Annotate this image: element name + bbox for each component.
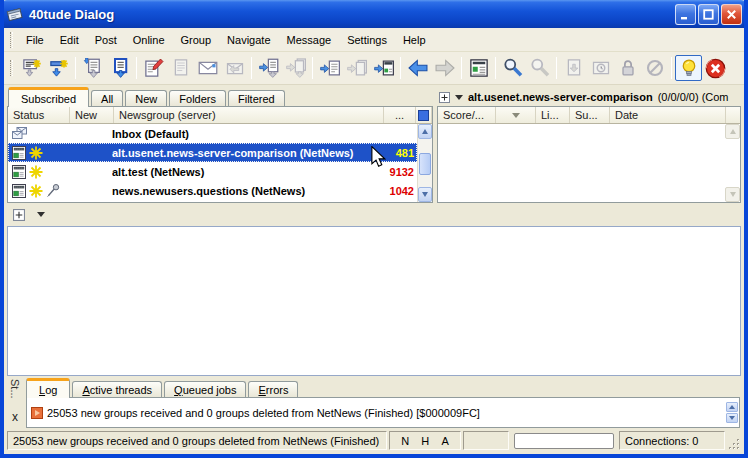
next-unread-group-icon[interactable] (370, 55, 397, 81)
menu-navigate[interactable]: Navigate (219, 31, 278, 49)
column-customize-button[interactable] (416, 107, 432, 123)
tab-errors[interactable]: Errors (248, 381, 298, 398)
view-article-icon[interactable] (465, 55, 492, 81)
scroll-down-button[interactable] (418, 187, 432, 202)
scroll-thumb[interactable] (419, 153, 431, 175)
scroll-up-button[interactable] (418, 124, 432, 139)
cancel-article-icon[interactable] (641, 55, 668, 81)
menu-help[interactable]: Help (395, 31, 434, 49)
tab-all[interactable]: All (91, 90, 123, 107)
next-unread-thread-icon[interactable] (255, 55, 282, 81)
compose-article-icon[interactable] (140, 55, 167, 81)
group-row-inbox[interactable]: Inbox (Default) (8, 124, 417, 143)
expand-button[interactable] (439, 92, 450, 103)
column-more[interactable]: ... (384, 107, 416, 123)
thread-list-scrollbar[interactable] (725, 124, 740, 202)
send-mail-icon[interactable] (194, 55, 221, 81)
tab-folders[interactable]: Folders (169, 90, 226, 107)
current-group-counters: (0/0/0/0) (Com (658, 91, 729, 103)
next-article-icon[interactable] (343, 55, 370, 81)
resize-grip-icon[interactable] (727, 432, 741, 451)
tab-active-threads[interactable]: Active threads (72, 381, 162, 398)
status-bar: 25053 new groups received and 0 groups d… (4, 428, 744, 453)
column-status[interactable]: Status (8, 107, 70, 123)
thread-rows-empty (438, 124, 725, 202)
search-icon[interactable] (499, 55, 526, 81)
followup-article-icon[interactable] (167, 55, 194, 81)
message-view-toolbar (4, 203, 744, 226)
scroll-up-button[interactable] (726, 402, 738, 412)
menu-post[interactable]: Post (87, 31, 125, 49)
flag-h: H (421, 435, 429, 447)
column-sort[interactable] (496, 107, 536, 123)
get-headers-icon[interactable] (79, 55, 106, 81)
protect-article-icon[interactable] (614, 55, 641, 81)
app-window: 40tude Dialog File Edit Post Online Grou… (0, 0, 748, 458)
menu-edit[interactable]: Edit (52, 31, 87, 49)
app-icon (6, 6, 24, 22)
expand-thread-button[interactable] (13, 209, 25, 221)
menu-file[interactable]: File (18, 31, 52, 49)
collapsed-status-tab[interactable]: St... (9, 379, 21, 412)
menu-settings[interactable]: Settings (339, 31, 395, 49)
menu-group[interactable]: Group (173, 31, 220, 49)
column-subject[interactable]: Su... (570, 107, 610, 123)
disconnect-icon[interactable] (702, 55, 729, 81)
tab-new[interactable]: New (125, 90, 167, 107)
skip-thread-icon[interactable] (282, 55, 309, 81)
current-group-title: alt.usenet.news-server-comparison (468, 91, 653, 103)
mark-read-icon[interactable] (560, 55, 587, 81)
close-button[interactable] (721, 4, 742, 25)
newsgroup-icon (11, 164, 27, 180)
search-again-icon[interactable] (526, 55, 553, 81)
forward-mail-icon[interactable] (221, 55, 248, 81)
go-forward-icon[interactable] (431, 55, 458, 81)
catch-up-icon[interactable] (587, 55, 614, 81)
group-row-alt-test[interactable]: alt.test (NetNews) 9132 (8, 162, 417, 181)
check-new-groups-icon[interactable] (45, 55, 72, 81)
menubar-gripper[interactable] (10, 32, 13, 48)
next-unread-article-icon[interactable] (316, 55, 343, 81)
newsgroup-icon (11, 183, 27, 199)
menu-message[interactable]: Message (279, 31, 340, 49)
log-entry[interactable]: 25053 new groups received and 0 groups d… (27, 398, 725, 427)
log-scrollbar[interactable] (725, 398, 739, 427)
scroll-up-button[interactable] (725, 124, 740, 139)
thread-menu-caret-icon[interactable] (455, 95, 463, 100)
tab-filtered[interactable]: Filtered (228, 90, 285, 107)
message-menu-caret-icon[interactable] (37, 212, 45, 217)
group-row-newusers[interactable]: news.newusers.questions (NetNews) 1042 (8, 181, 417, 200)
bottom-panel: St... x Log Active threads Queued jobs E… (4, 376, 744, 428)
column-new[interactable]: New (70, 107, 114, 123)
scroll-down-button[interactable] (726, 413, 738, 423)
group-list-header: Status New Newsgroup (server) ... (8, 107, 432, 124)
column-date[interactable]: Date (610, 107, 726, 123)
group-list-scrollbar[interactable] (417, 124, 432, 202)
status-spacer (463, 431, 509, 450)
posted-mic-icon (45, 183, 61, 199)
menu-online[interactable]: Online (125, 31, 173, 49)
group-row-selected[interactable]: alt.usenet.news-server-comparison (NetNe… (8, 143, 417, 162)
column-lines[interactable]: Li... (536, 107, 570, 123)
tab-subscribed[interactable]: Subscribed (8, 87, 89, 107)
check-new-groups-all-icon[interactable] (18, 55, 45, 81)
menu-bar: File Edit Post Online Group Navigate Mes… (4, 28, 744, 52)
group-rows: Inbox (Default) alt.usenet.news-server-c… (8, 124, 417, 202)
tab-queued-jobs[interactable]: Queued jobs (164, 381, 246, 398)
progress-box (514, 433, 614, 449)
bottom-side-strip: St... x (4, 376, 26, 428)
toolbar-gripper[interactable] (10, 60, 13, 76)
group-pane: Subscribed All New Folders Filtered Stat… (7, 87, 433, 203)
tab-log[interactable]: Log (26, 378, 70, 398)
column-score[interactable]: Score/... (438, 107, 496, 123)
scroll-down-button[interactable] (725, 187, 740, 202)
bottom-main: Log Active threads Queued jobs Errors 25… (26, 376, 744, 428)
bottom-panel-close-icon[interactable]: x (12, 412, 18, 425)
upper-panes: Subscribed All New Folders Filtered Stat… (4, 85, 744, 203)
column-newsgroup[interactable]: Newsgroup (server) (114, 107, 384, 123)
minimize-button[interactable] (675, 4, 696, 25)
get-bodies-icon[interactable] (106, 55, 133, 81)
maximize-button[interactable] (698, 4, 719, 25)
work-online-icon[interactable] (675, 55, 702, 81)
go-back-icon[interactable] (404, 55, 431, 81)
